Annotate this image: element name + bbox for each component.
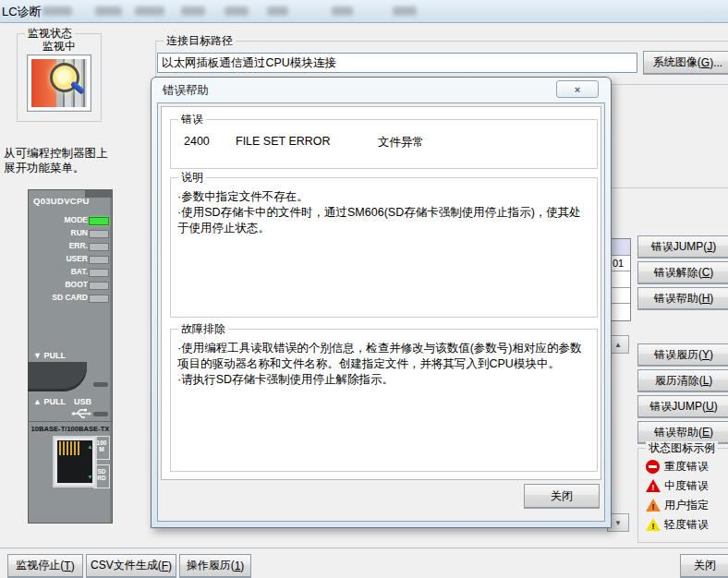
led-indicator-off xyxy=(89,269,109,277)
pull-up-label: ▲ PULL xyxy=(33,397,66,406)
error-group: 错误 2400 FILE SET ERROR 文件异常 xyxy=(170,119,598,169)
status-icon-legend-label: 状态图标示例 xyxy=(646,441,718,454)
led-row-boot: BOOT xyxy=(29,279,112,291)
error-code: 2400 xyxy=(184,135,236,151)
monitor-plc-image[interactable] xyxy=(27,54,91,112)
description-group-label: 说明 xyxy=(178,171,206,184)
error-jump-button-top[interactable]: 错误JUMP(J) xyxy=(637,235,728,258)
menu-item-redacted[interactable] xyxy=(181,6,205,16)
bottom-divider xyxy=(0,548,728,548)
led-indicator-off xyxy=(89,295,109,303)
plc-diagnostics-window: LC诊断 监视状态 监视中 从可编程控制器图上 展开功能菜单。 Q03UDVCP… xyxy=(0,0,728,578)
no-entry-circle-icon xyxy=(646,460,660,474)
connection-path-group-label: 连接目标路径 xyxy=(164,34,236,47)
window-close-button[interactable]: 关闭 xyxy=(680,554,728,577)
description-line: ·使用SD存储卡中的文件时，通过SM606(SD存储卡强制使用停止指示)，使其处… xyxy=(177,205,589,236)
led-label: RUN xyxy=(34,228,88,237)
dialog-close-button[interactable]: × xyxy=(556,80,599,98)
description-text: ·参数中指定文件不存在。 ·使用SD存储卡中的文件时，通过SM606(SD存储卡… xyxy=(177,189,589,236)
menu-item-redacted[interactable] xyxy=(393,6,417,16)
connection-path-input[interactable]: 以太网插板通信通过CPU模块连接 xyxy=(157,53,637,73)
menu-item-redacted[interactable] xyxy=(224,6,249,16)
history-clear-button[interactable]: 履历清除(L) xyxy=(637,369,728,391)
sdrd-badge: SD RD xyxy=(93,464,110,488)
monitor-status-value: 监视中 xyxy=(18,39,101,54)
menu-item-redacted[interactable] xyxy=(135,6,164,16)
led-indicator-off xyxy=(89,256,109,264)
troubleshoot-group: 故障排除 ·使用编程工具读取错误的个别信息，检查并修改与该数值(参数号)相对应的… xyxy=(170,329,598,472)
led-row-mode: MODE xyxy=(29,214,112,226)
dialog-title: 错误帮助 xyxy=(163,83,209,99)
hint-line-1: 从可编程控制器图上 xyxy=(4,146,108,161)
error-name: FILE SET ERROR xyxy=(236,135,378,151)
legend-item-severe: 重度错误 xyxy=(646,458,709,475)
legend-item-label: 轻度错误 xyxy=(664,517,709,533)
legend-item-label: 用户指定 xyxy=(664,498,709,513)
troubleshoot-line: ·使用编程工具读取错误的个别信息，检查并修改与该数值(参数号)相对应的参数项目的… xyxy=(177,341,589,372)
monitor-stop-button[interactable]: 监视停止(T) xyxy=(7,554,83,577)
led-row-err: ERR. xyxy=(29,240,112,252)
menu-item-redacted[interactable] xyxy=(42,6,72,16)
led-label: BAT. xyxy=(34,267,88,276)
led-row-sdcard: SD CARD xyxy=(29,292,112,304)
ethernet-port: ▲ ▼ xyxy=(53,436,97,488)
cpu-pull-handle xyxy=(28,362,87,391)
legend-item-user: ! 用户指定 xyxy=(646,497,709,513)
error-jump-button-bottom[interactable]: 错误JUMP(U) xyxy=(637,395,728,417)
cpu-vent-slot xyxy=(93,412,108,416)
operation-history-button[interactable]: 操作履历(1) xyxy=(179,554,251,577)
cpu-vent-slot xyxy=(93,382,108,387)
menu-item-redacted[interactable] xyxy=(267,6,288,16)
dialog-inner-panel: 错误 2400 FILE SET ERROR 文件异常 说明 ·参数中指定文件不… xyxy=(161,106,601,480)
red-triangle-exclamation-icon: ! xyxy=(646,479,660,493)
led-label: ERR. xyxy=(34,241,88,250)
orange-triangle-exclamation-icon: ! xyxy=(646,499,660,512)
troubleshoot-group-label: 故障排除 xyxy=(178,322,228,335)
cpu-model-label: Q03UDVCPU xyxy=(33,196,90,206)
monitor-status-group-label: 监视状态 xyxy=(25,27,75,40)
usb-label: USB xyxy=(74,397,91,406)
description-group: 说明 ·参数中指定文件不存在。 ·使用SD存储卡中的文件时，通过SM606(SD… xyxy=(170,177,598,318)
usb-icon xyxy=(71,408,91,419)
cpu-section-divider xyxy=(29,421,112,422)
led-label: BOOT xyxy=(34,280,88,289)
led-indicator-on xyxy=(89,217,109,225)
speed-badge-line2: M xyxy=(94,446,109,452)
menu-item-redacted[interactable] xyxy=(95,6,122,16)
error-detail-row: 2400 FILE SET ERROR 文件异常 xyxy=(184,135,424,151)
error-history-button[interactable]: 错误履历(Y) xyxy=(637,343,728,366)
chevron-down-icon: ▼ xyxy=(614,519,622,527)
connection-path-value: 以太网插板通信通过CPU模块连接 xyxy=(162,55,336,71)
led-label: USER xyxy=(34,254,88,263)
window-titlebar: LC诊断 xyxy=(0,0,728,23)
troubleshoot-line: ·请执行SD存储卡强制使用停止解除指示。 xyxy=(177,372,589,388)
led-indicator-off xyxy=(89,243,109,251)
led-row-user: USER xyxy=(29,253,112,265)
system-image-button[interactable]: 系统图像(G)... xyxy=(643,51,728,74)
led-label: SD CARD xyxy=(34,293,88,302)
led-label: MODE xyxy=(34,215,88,224)
chevron-up-icon: ▲ xyxy=(614,341,622,349)
menu-item-redacted[interactable] xyxy=(332,6,353,16)
led-indicator-off xyxy=(89,230,109,238)
error-clear-button[interactable]: 错误解除(C) xyxy=(637,261,728,283)
legend-item-minor: ! 轻度错误 xyxy=(646,516,709,533)
close-icon: × xyxy=(575,84,580,95)
cpu-module-image[interactable]: Q03UDVCPU MODE RUN ERR. USER BAT. BOOT S… xyxy=(28,189,113,524)
hint-line-2: 展开功能菜单。 xyxy=(4,161,108,175)
troubleshoot-text: ·使用编程工具读取错误的个别信息，检查并修改与该数值(参数号)相对应的参数项目的… xyxy=(177,341,589,388)
error-help-button-bottom[interactable]: 错误帮助(E) xyxy=(637,421,728,443)
status-icon-legend-group: 状态图标示例 重度错误 ! 中度错误 ! 用户指定 ! 轻度错误 xyxy=(637,448,728,543)
link-led-down-icon: ▼ xyxy=(87,474,93,480)
pull-down-label: ▼ PULL xyxy=(33,351,66,360)
ethernet-port-pins xyxy=(59,441,79,455)
error-help-dialog: 错误帮助 × 错误 2400 FILE SET ERROR 文件异常 说明 ·参… xyxy=(151,77,612,528)
error-help-button-top[interactable]: 错误帮助(H) xyxy=(637,287,728,309)
csv-generate-button[interactable]: CSV文件生成(F) xyxy=(86,554,176,577)
ethernet-label: 10BASE-T/100BASE-TX xyxy=(29,425,112,433)
dialog-content: 错误 2400 FILE SET ERROR 文件异常 说明 ·参数中指定文件不… xyxy=(157,102,605,522)
legend-item-label: 中度错误 xyxy=(664,478,709,494)
dialog-close-action-button[interactable]: 关闭 xyxy=(524,484,600,508)
window-title: LC诊断 xyxy=(2,4,42,20)
led-row-run: RUN xyxy=(29,227,112,239)
